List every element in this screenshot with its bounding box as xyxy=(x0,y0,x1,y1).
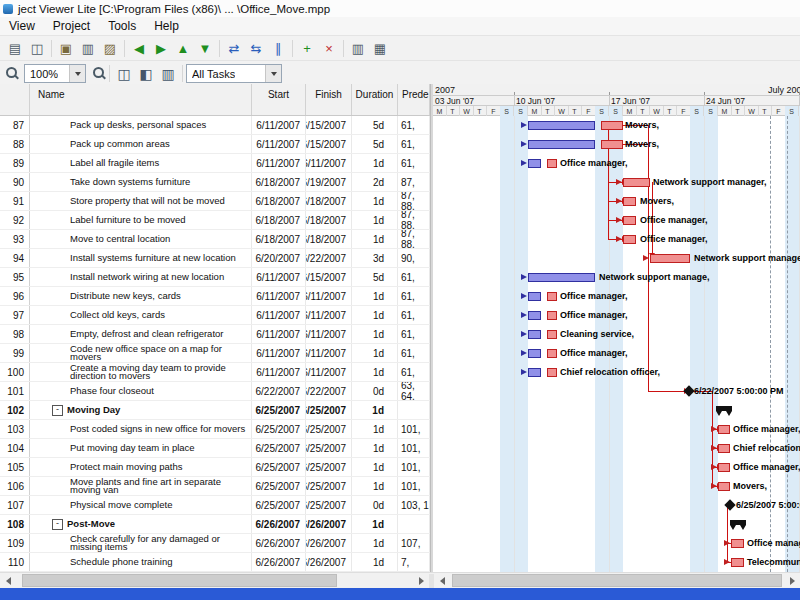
collapse-icon[interactable]: - xyxy=(52,519,63,530)
column-header-dur[interactable]: Duration xyxy=(352,84,398,115)
task-bar[interactable] xyxy=(528,330,541,339)
split-task-icon[interactable]: ∥ xyxy=(267,38,289,58)
critical-task-bar[interactable] xyxy=(718,425,730,434)
task-information-icon[interactable]: ▥ xyxy=(77,38,99,58)
column-header-pred[interactable]: Prede xyxy=(398,84,430,115)
task-name-cell[interactable]: -Post-Move xyxy=(30,515,252,533)
column-header-id[interactable] xyxy=(0,84,30,115)
filter-dropdown-button[interactable] xyxy=(265,65,281,82)
table-row[interactable]: 97Collect old keys, cards6/11/20076/11/2… xyxy=(0,306,430,325)
filter-combobox[interactable]: All Tasks xyxy=(186,64,282,83)
critical-task-bar[interactable] xyxy=(623,178,650,187)
task-name-cell[interactable]: Phase four closeout xyxy=(30,382,252,400)
table-row[interactable]: 92Label furniture to be moved6/18/20076/… xyxy=(0,211,430,230)
task-name-cell[interactable]: Label all fragile items xyxy=(30,154,252,172)
column-header-start[interactable]: Start xyxy=(252,84,306,115)
table-row[interactable]: 102-Moving Day6/25/20076/25/20071d xyxy=(0,401,430,420)
task-bar[interactable] xyxy=(528,121,595,130)
table-row[interactable]: 99Code new office space on a map for mov… xyxy=(0,344,430,363)
task-name-cell[interactable]: Post coded signs in new office for mover… xyxy=(30,420,252,438)
insert-task-icon[interactable]: + xyxy=(296,38,318,58)
task-name-cell[interactable]: Schedule phone training xyxy=(30,553,252,571)
table-row[interactable]: 94Install systems furniture at new locat… xyxy=(0,249,430,268)
task-name-cell[interactable]: Code new office space on a map for mover… xyxy=(30,344,252,362)
table-scroll-right-button[interactable] xyxy=(413,574,429,588)
menu-item-tools[interactable]: Tools xyxy=(99,18,145,34)
task-name-cell[interactable]: Install network wiring at new location xyxy=(30,268,252,286)
task-name-cell[interactable]: Move to central location xyxy=(30,230,252,248)
task-name-cell[interactable]: Pack up common areas xyxy=(30,135,252,153)
critical-task-bar[interactable] xyxy=(718,482,730,491)
table-row[interactable]: 109Check carefully for any damaged or mi… xyxy=(0,534,430,553)
task-name-cell[interactable]: Protect main moving paths xyxy=(30,458,252,476)
chart-scrollbar-thumb[interactable] xyxy=(452,574,782,587)
outdent-icon[interactable]: ◀ xyxy=(128,38,150,58)
critical-task-bar[interactable] xyxy=(547,330,557,339)
task-name-cell[interactable]: Put moving day team in place xyxy=(30,439,252,457)
move-up-icon[interactable]: ▲ xyxy=(172,38,194,58)
task-name-cell[interactable]: Pack up desks, personal spaces xyxy=(30,116,252,134)
task-name-cell[interactable]: Take down systems furniture xyxy=(30,173,252,191)
copy-picture-icon[interactable]: ▣ xyxy=(55,38,77,58)
table-row[interactable]: 87Pack up desks, personal spaces6/11/200… xyxy=(0,116,430,135)
critical-task-bar[interactable] xyxy=(547,159,557,168)
table-row[interactable]: 105Protect main moving paths6/25/20076/2… xyxy=(0,458,430,477)
critical-task-bar[interactable] xyxy=(547,349,557,358)
task-bar[interactable] xyxy=(528,159,541,168)
unlink-tasks-icon[interactable]: ⇆ xyxy=(245,38,267,58)
task-name-cell[interactable]: Store property that will not be moved xyxy=(30,192,252,210)
link-tasks-icon[interactable]: ⇄ xyxy=(223,38,245,58)
critical-task-bar[interactable] xyxy=(718,463,730,472)
table-row[interactable]: 98Empty, defrost and clean refrigerator6… xyxy=(0,325,430,344)
grid-pane-icon[interactable]: ▥ xyxy=(157,64,179,84)
task-notes-icon[interactable]: ▨ xyxy=(99,38,121,58)
table-row[interactable]: 96Distribute new keys, cards6/11/20076/1… xyxy=(0,287,430,306)
table-row[interactable]: 88Pack up common areas6/11/20076/15/2007… xyxy=(0,135,430,154)
table-row[interactable]: 104Put moving day team in place6/25/2007… xyxy=(0,439,430,458)
table-row[interactable]: 103Post coded signs in new office for mo… xyxy=(0,420,430,439)
table-row[interactable]: 89Label all fragile items6/11/20076/11/2… xyxy=(0,154,430,173)
task-name-cell[interactable]: Check carefully for any damaged or missi… xyxy=(30,534,252,552)
left-pane-icon[interactable]: ◧ xyxy=(135,64,157,84)
task-name-cell[interactable]: Install systems furniture at new locatio… xyxy=(30,249,252,267)
menu-item-view[interactable]: View xyxy=(0,18,44,34)
critical-task-bar[interactable] xyxy=(601,121,623,130)
single-pane-icon[interactable]: ◫ xyxy=(113,64,135,84)
task-bar[interactable] xyxy=(528,140,595,149)
task-bar[interactable] xyxy=(528,273,595,282)
critical-task-bar[interactable] xyxy=(731,558,744,567)
table-row[interactable]: 108-Post-Move6/26/20076/26/20071d xyxy=(0,515,430,534)
table-row[interactable]: 100Create a moving day team to provide d… xyxy=(0,363,430,382)
critical-task-bar[interactable] xyxy=(623,197,636,206)
critical-task-bar[interactable] xyxy=(718,444,730,453)
table-scrollbar-thumb[interactable] xyxy=(22,574,337,587)
task-bar[interactable] xyxy=(528,292,541,301)
table-row[interactable]: 95Install network wiring at new location… xyxy=(0,268,430,287)
zoom-icon[interactable] xyxy=(6,67,19,80)
zoom-in-icon[interactable] xyxy=(93,67,106,80)
table-row[interactable]: 110Schedule phone training6/26/20076/26/… xyxy=(0,553,430,572)
task-name-cell[interactable]: Empty, defrost and clean refrigerator xyxy=(30,325,252,343)
zoom-combobox[interactable]: 100% xyxy=(24,64,86,83)
table-row[interactable]: 107Physical move complete6/25/20076/25/2… xyxy=(0,496,430,515)
task-name-cell[interactable]: Label furniture to be moved xyxy=(30,211,252,229)
critical-task-bar[interactable] xyxy=(623,216,636,225)
column-header-name[interactable]: Name xyxy=(30,84,252,115)
print-icon[interactable]: ▤ xyxy=(4,38,26,58)
task-name-cell[interactable]: Move plants and fine art in separate mov… xyxy=(30,477,252,495)
critical-task-bar[interactable] xyxy=(731,539,744,548)
table-row[interactable]: 101Phase four closeout6/22/20076/22/2007… xyxy=(0,382,430,401)
column-header-finish[interactable]: Finish xyxy=(306,84,352,115)
zoom-dropdown-button[interactable] xyxy=(69,65,85,82)
task-name-cell[interactable]: Collect old keys, cards xyxy=(30,306,252,324)
task-name-cell[interactable]: -Moving Day xyxy=(30,401,252,419)
table-row[interactable]: 91Store property that will not be moved6… xyxy=(0,192,430,211)
chart-scroll-left-button[interactable] xyxy=(434,574,450,588)
move-down-icon[interactable]: ▼ xyxy=(194,38,216,58)
table-row[interactable]: 90Take down systems furniture6/18/20076/… xyxy=(0,173,430,192)
critical-task-bar[interactable] xyxy=(650,254,690,263)
indent-icon[interactable]: ▶ xyxy=(150,38,172,58)
critical-task-bar[interactable] xyxy=(623,235,636,244)
task-bar[interactable] xyxy=(528,349,541,358)
critical-task-bar[interactable] xyxy=(547,368,557,377)
